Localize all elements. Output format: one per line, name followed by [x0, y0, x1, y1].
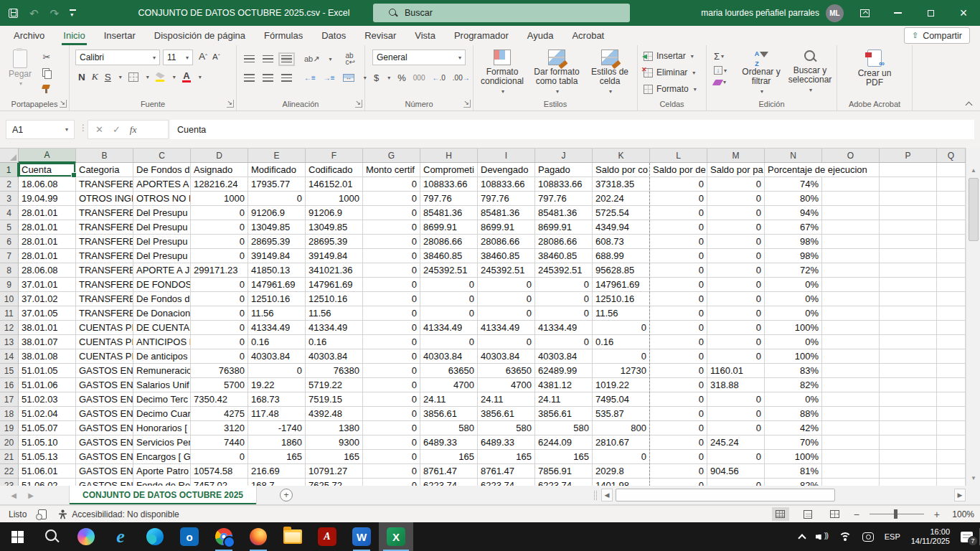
cell-B23[interactable]: GASTOS EN F — [76, 479, 133, 486]
orientation-icon[interactable]: ab↗ — [304, 55, 319, 64]
tab-disposición-de-página[interactable]: Disposición de página — [145, 26, 255, 45]
cell-F20[interactable]: 9300 — [306, 435, 363, 450]
scroll-right-icon[interactable]: ▶ — [954, 489, 966, 501]
tray-expand-icon[interactable] — [799, 533, 805, 541]
row-header-22[interactable]: 22 — [0, 464, 19, 479]
cell-B12[interactable]: CUENTAS PEN — [76, 321, 133, 335]
cell-N20[interactable]: 70% — [765, 435, 822, 450]
taskbar-copilot[interactable] — [69, 522, 103, 551]
cell-F4[interactable]: 91206.9 — [306, 206, 363, 220]
cell-L22[interactable]: 0 — [650, 464, 707, 479]
zoom-slider[interactable] — [870, 514, 924, 514]
cell-N23[interactable]: 82% — [765, 479, 822, 486]
cell-B6[interactable]: TRANSFEREN — [76, 235, 133, 249]
cell-D18[interactable]: 4275 — [191, 407, 248, 421]
cell-styles-button[interactable]: Estilos de celda ▾ — [583, 50, 637, 95]
cell-N22[interactable]: 81% — [765, 464, 822, 479]
cell-D7[interactable]: 0 — [191, 249, 248, 263]
cell-K17[interactable]: 7495.04 — [593, 392, 650, 407]
cell-N14[interactable]: 100% — [765, 349, 822, 364]
cell-A18[interactable]: 51.02.04 — [19, 407, 76, 421]
cell-O11[interactable] — [822, 306, 880, 321]
cell-M19[interactable]: 0 — [707, 421, 765, 435]
zoom-level[interactable]: 100% — [950, 509, 974, 519]
cell-C18[interactable]: Decimo Cuar — [133, 407, 191, 421]
cell-G11[interactable]: 0 — [363, 306, 420, 321]
row-header-13[interactable]: 13 — [0, 335, 19, 349]
scrollbar-grip[interactable] — [594, 491, 597, 500]
cell-B21[interactable]: GASTOS EN F — [76, 450, 133, 464]
cell-K22[interactable]: 2029.8 — [593, 464, 650, 479]
cell-G15[interactable]: 0 — [363, 364, 420, 378]
cell-M3[interactable]: 0 — [707, 192, 765, 206]
column-header-Q[interactable]: Q — [937, 149, 966, 163]
cell-N19[interactable]: 42% — [765, 421, 822, 435]
cell-I7[interactable]: 38460.85 — [478, 249, 535, 263]
confirm-entry-icon[interactable]: ✓ — [113, 124, 121, 135]
cell-K1[interactable]: Saldo por co — [593, 163, 650, 177]
cell-O6[interactable] — [822, 235, 880, 249]
clear-icon[interactable]: ▾ — [714, 79, 727, 85]
cell-O2[interactable] — [822, 177, 880, 192]
cell-G4[interactable]: 0 — [363, 206, 420, 220]
cell-O22[interactable] — [822, 464, 880, 479]
cell-Q10[interactable] — [937, 292, 966, 306]
cell-B17[interactable]: GASTOS EN F — [76, 392, 133, 407]
cell-E8[interactable]: 41850.13 — [248, 263, 306, 278]
cell-G23[interactable]: 0 — [363, 479, 420, 486]
cell-O12[interactable] — [822, 321, 880, 335]
cell-P14[interactable] — [880, 349, 937, 364]
column-header-E[interactable]: E — [248, 149, 306, 163]
cell-M1[interactable]: Saldo por pa — [707, 163, 765, 177]
cell-F14[interactable]: 40303.84 — [306, 349, 363, 364]
cell-M17[interactable]: 0 — [707, 392, 765, 407]
decrease-indent-icon[interactable]: ←≡ — [304, 74, 316, 82]
scroll-left-icon[interactable]: ◀ — [601, 489, 613, 501]
cell-B11[interactable]: TRANSFEREN — [76, 306, 133, 321]
cell-I16[interactable]: 4700 — [478, 378, 535, 392]
cell-I14[interactable]: 40303.84 — [478, 349, 535, 364]
cell-B14[interactable]: CUENTAS PEN — [76, 349, 133, 364]
cell-L15[interactable]: 0 — [650, 364, 707, 378]
cell-A14[interactable]: 38.01.08 — [19, 349, 76, 364]
cell-O20[interactable] — [822, 435, 880, 450]
cell-C15[interactable]: Remuneracio — [133, 364, 191, 378]
cell-H8[interactable]: 245392.51 — [420, 263, 478, 278]
cell-E14[interactable]: 40303.84 — [248, 349, 306, 364]
numero-dialog-launcher-icon[interactable]: ↘ — [463, 100, 471, 108]
cell-K10[interactable]: 12510.16 — [593, 292, 650, 306]
cell-A12[interactable]: 38.01.01 — [19, 321, 76, 335]
row-header-4[interactable]: 4 — [0, 206, 19, 220]
cell-P23[interactable] — [880, 479, 937, 486]
cell-H14[interactable]: 40303.84 — [420, 349, 478, 364]
tab-programador[interactable]: Programador — [445, 26, 518, 45]
find-select-button[interactable]: Buscar y seleccionar ▾ — [784, 50, 836, 93]
cell-C5[interactable]: Del Presupu — [133, 220, 191, 235]
cell-H5[interactable]: 8699.91 — [420, 220, 478, 235]
cell-M5[interactable]: 0 — [707, 220, 765, 235]
taskbar-file-explorer[interactable] — [275, 522, 310, 551]
cell-B20[interactable]: GASTOS EN F — [76, 435, 133, 450]
scroll-down-icon[interactable]: ▼ — [966, 471, 980, 484]
cell-G18[interactable]: 0 — [363, 407, 420, 421]
cell-G22[interactable]: 0 — [363, 464, 420, 479]
row-header-6[interactable]: 6 — [0, 235, 19, 249]
cell-F8[interactable]: 341021.36 — [306, 263, 363, 278]
cell-Q4[interactable] — [937, 206, 966, 220]
cell-B2[interactable]: TRANSFEREN — [76, 177, 133, 192]
cell-P2[interactable] — [880, 177, 937, 192]
cell-M20[interactable]: 245.24 — [707, 435, 765, 450]
cell-F12[interactable]: 41334.49 — [306, 321, 363, 335]
taskbar-chrome[interactable] — [207, 522, 241, 551]
tab-revisar[interactable]: Revisar — [355, 26, 405, 45]
cell-D5[interactable]: 0 — [191, 220, 248, 235]
cell-I3[interactable]: 797.76 — [478, 192, 535, 206]
cell-O16[interactable] — [822, 378, 880, 392]
cell-J6[interactable]: 28086.66 — [535, 235, 593, 249]
cell-F17[interactable]: 7519.15 — [306, 392, 363, 407]
cell-K18[interactable]: 535.87 — [593, 407, 650, 421]
cell-H11[interactable]: 0 — [420, 306, 478, 321]
cell-E21[interactable]: 165 — [248, 450, 306, 464]
column-header-P[interactable]: P — [880, 149, 937, 163]
cell-Q3[interactable] — [937, 192, 966, 206]
